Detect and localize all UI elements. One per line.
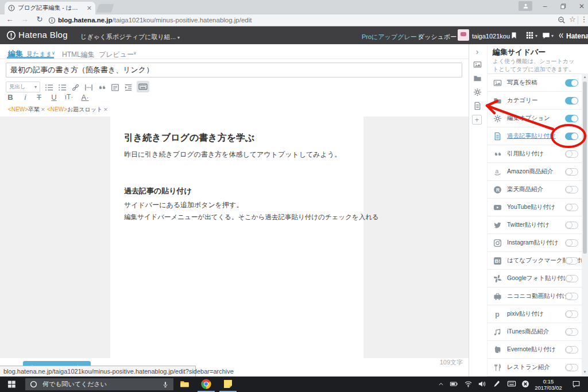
strike-button[interactable]: T <box>33 93 45 102</box>
tab-preview[interactable]: プレビュー <box>99 50 134 60</box>
info-icon[interactable] <box>48 17 56 24</box>
sidebar-item-label: 写真を投稿 <box>507 79 537 87</box>
cortana-search-input[interactable]: 何でも聞いてください <box>25 378 173 390</box>
tag-chip[interactable]: <NEW>お題スロット✕ <box>47 106 108 114</box>
document-icon <box>493 132 502 141</box>
bookmark-icon[interactable] <box>510 32 518 40</box>
text-size-button[interactable]: ıT· <box>63 93 75 101</box>
indent-icon[interactable] <box>123 82 133 92</box>
action-center-icon[interactable] <box>572 380 581 388</box>
toggle-photo-post[interactable] <box>565 79 578 87</box>
tab-html-edit[interactable]: HTML編集 <box>62 50 95 60</box>
windows-ink-icon[interactable] <box>493 380 501 388</box>
dashboard-link[interactable]: ダッシュボード <box>418 33 463 41</box>
hatena-brand[interactable]: Hatena <box>566 32 588 40</box>
svg-text:B!: B! <box>495 258 500 264</box>
link-icon[interactable] <box>70 82 80 92</box>
toggle-category[interactable] <box>565 97 578 104</box>
scrollbar-thumb[interactable] <box>583 81 587 254</box>
toggle-twitter[interactable] <box>565 222 578 229</box>
entry-title-input[interactable]: 最初の記事の書き方（箇条書き、リンク） <box>6 63 462 77</box>
forward-icon[interactable]: → <box>20 15 30 24</box>
toggle-hatena-bookmark[interactable] <box>565 257 578 265</box>
bold-button[interactable]: B <box>5 93 16 102</box>
browser-menu-icon[interactable]: ⋮ <box>580 15 588 24</box>
bookmark-star-icon[interactable]: ☆ <box>569 15 576 24</box>
touch-keyboard-icon[interactable] <box>506 379 517 388</box>
back-icon[interactable]: ← <box>5 15 15 24</box>
blog-name-menu[interactable]: じぎゃく系ポジティブに取り組... ▾ <box>80 33 180 41</box>
category-tab-icon[interactable] <box>473 73 482 83</box>
list-ul-icon[interactable] <box>44 82 54 92</box>
toggle-niconico[interactable] <box>565 293 578 300</box>
toggle-pixiv[interactable] <box>565 311 578 318</box>
wifi-icon[interactable] <box>464 380 473 388</box>
new-tab-button[interactable] <box>96 4 114 13</box>
battery-icon[interactable] <box>449 380 459 388</box>
tag-chip[interactable]: <NEW>卒業✕ <box>8 106 45 114</box>
toggle-past-entries[interactable] <box>565 133 578 140</box>
window-restore-button[interactable] <box>556 0 571 12</box>
chrome-button[interactable] <box>201 379 211 389</box>
message-icon[interactable] <box>542 32 550 40</box>
tab-close-icon[interactable]: ✕ <box>87 5 92 12</box>
toggle-google-photos[interactable] <box>565 275 578 282</box>
microphone-icon[interactable] <box>162 381 169 389</box>
apps-grid-icon[interactable] <box>526 32 533 39</box>
toggle-edit-options[interactable] <box>565 115 578 122</box>
zoom-out-icon[interactable] <box>558 16 566 24</box>
sidebar-item-label: Amazon商品紹介 <box>507 168 554 176</box>
toggle-quote[interactable] <box>565 150 578 158</box>
sidebar-item-amazon: a Amazon商品紹介 <box>488 163 582 181</box>
photo-tab-icon[interactable] <box>473 60 482 69</box>
hatena-blog-logo[interactable]: Hatena Blog <box>18 30 68 40</box>
window-minimize-button[interactable]: – <box>537 0 552 12</box>
toggle-instagram[interactable] <box>565 239 578 247</box>
start-button[interactable] <box>7 380 16 389</box>
quote-icon <box>493 150 502 158</box>
toggle-amazon[interactable] <box>565 168 578 176</box>
sidebar-item-label: Twitter貼り付け <box>507 221 549 229</box>
options-tab-icon[interactable] <box>473 87 482 96</box>
tag-remove-icon[interactable]: ✕ <box>103 107 108 112</box>
add-tab-button[interactable]: + <box>472 115 482 125</box>
scroll-up-icon[interactable]: ▲ <box>582 75 588 79</box>
toggle-rakuten[interactable] <box>565 186 578 193</box>
toggle-restaurant[interactable] <box>565 364 578 371</box>
instagram-icon <box>493 239 502 247</box>
italic-button[interactable]: i <box>20 93 31 102</box>
list-ol-icon[interactable] <box>57 82 67 92</box>
window-close-button[interactable]: ✕ <box>574 0 588 12</box>
file-explorer-button[interactable] <box>179 379 190 389</box>
browser-tab[interactable]: ブログ記事編集 - はてなブロ ✕ <box>5 2 95 14</box>
past-entries-tab-icon[interactable] <box>473 101 482 110</box>
read-more-icon[interactable] <box>83 82 94 92</box>
avatar[interactable] <box>458 29 469 41</box>
upgrade-pro-link[interactable]: Proにアップグレード <box>362 33 423 41</box>
sidebar-item-label: 楽天商品紹介 <box>507 185 543 193</box>
url-bar[interactable]: blog.hatena.ne.jp/taiga1021kou/minus-pos… <box>58 17 252 24</box>
toggle-itunes[interactable] <box>565 328 578 336</box>
volume-icon[interactable] <box>478 380 486 388</box>
toggle-youtube[interactable] <box>565 204 578 211</box>
sidebar-item-hatena-bookmark: B! はてなブックマーク貼り付け <box>488 252 582 270</box>
tag-remove-icon[interactable]: ✕ <box>41 107 45 112</box>
keyboard-shortcut-icon[interactable] <box>137 81 149 92</box>
browser-profile-icon[interactable] <box>519 1 532 11</box>
blockquote-icon[interactable] <box>96 82 107 92</box>
sidebar-item-niconico: ニコニコ動画貼り付け <box>488 288 582 305</box>
heading-dropdown[interactable]: 見出し▾ <box>6 81 40 92</box>
collapse-sidebar-icon[interactable]: › <box>473 47 482 56</box>
reload-icon[interactable]: ↻ <box>34 15 45 24</box>
username-menu[interactable]: taiga1021kou ▾ <box>472 33 514 40</box>
taskbar-clock[interactable]: 0:15 2017/03/02 <box>532 378 565 391</box>
text-color-button[interactable]: A· <box>79 93 91 102</box>
sticky-notes-button[interactable] <box>223 379 233 389</box>
scroll-down-icon[interactable]: ▼ <box>582 370 588 374</box>
underline-button[interactable]: U <box>48 93 60 102</box>
toggle-evernote[interactable] <box>565 346 578 354</box>
ime-disabled-icon[interactable] <box>521 380 529 388</box>
screen: ブログ記事編集 - はてなブロ ✕ – ✕ ← → ↻ blog.hatena.… <box>0 0 588 392</box>
checklist-icon[interactable] <box>110 82 120 92</box>
tray-expand-icon[interactable] <box>438 381 444 387</box>
